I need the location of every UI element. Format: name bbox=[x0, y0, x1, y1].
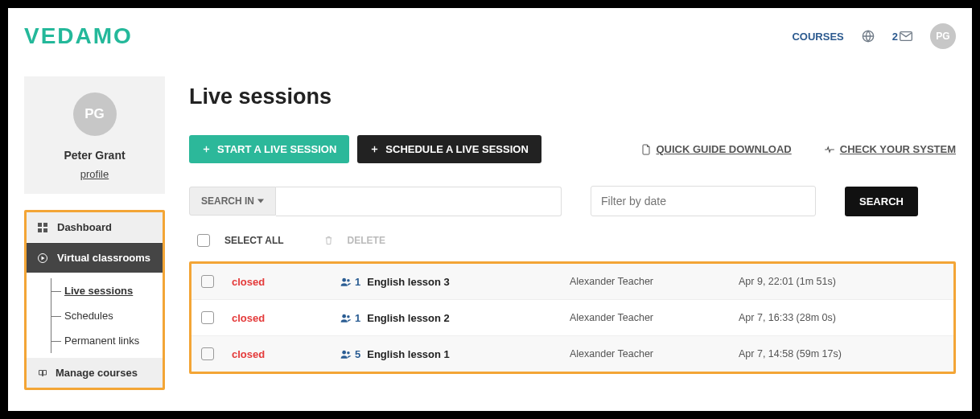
start-live-session-button[interactable]: START A LIVE SESSION bbox=[189, 135, 349, 163]
sessions-list: closed 1 English lesson 3 Alexander Teac… bbox=[189, 261, 956, 374]
sidebar-item-manage-courses[interactable]: Manage courses bbox=[27, 358, 163, 388]
row-checkbox[interactable] bbox=[201, 347, 214, 360]
svg-point-9 bbox=[342, 314, 346, 318]
users-icon bbox=[340, 277, 352, 286]
play-circle-icon bbox=[38, 253, 49, 263]
check-system-link[interactable]: CHECK YOUR SYSTEM bbox=[824, 143, 956, 155]
session-owner: Alexander Teacher bbox=[570, 312, 739, 323]
profile-link[interactable]: profile bbox=[80, 168, 109, 180]
brand-logo[interactable]: VEDAMO bbox=[24, 23, 133, 49]
session-row[interactable]: closed 5 English lesson 1 Alexander Teac… bbox=[191, 336, 953, 372]
globe-icon[interactable] bbox=[862, 30, 875, 43]
sidebar-sub-live-sessions[interactable]: Live sessions bbox=[51, 278, 163, 303]
sidebar-item-dashboard[interactable]: Dashboard bbox=[27, 212, 163, 243]
session-row[interactable]: closed 1 English lesson 3 Alexander Teac… bbox=[191, 264, 953, 300]
avatar[interactable]: PG bbox=[930, 23, 956, 49]
file-icon bbox=[641, 144, 651, 155]
session-time: Apr 7, 14:58 (59m 17s) bbox=[739, 348, 842, 359]
sidebar-item-label: Manage courses bbox=[56, 367, 138, 379]
search-input[interactable] bbox=[276, 187, 562, 216]
courses-link[interactable]: COURSES bbox=[792, 31, 843, 43]
profile-name: Peter Grant bbox=[32, 149, 157, 162]
sidebar-item-label: Dashboard bbox=[57, 221, 112, 233]
row-checkbox[interactable] bbox=[201, 311, 214, 324]
session-owner: Alexander Teacher bbox=[570, 348, 739, 359]
delete-button[interactable]: DELETE bbox=[348, 235, 385, 246]
svg-point-8 bbox=[347, 279, 350, 282]
session-owner: Alexander Teacher bbox=[570, 276, 739, 287]
profile-avatar: PG bbox=[73, 92, 117, 136]
profile-card: PG Peter Grant profile bbox=[24, 76, 165, 194]
message-count: 2 bbox=[892, 31, 898, 43]
svg-point-11 bbox=[342, 350, 346, 354]
session-title: English lesson 1 bbox=[367, 348, 450, 360]
plus-icon bbox=[202, 145, 211, 154]
caret-down-icon bbox=[257, 199, 264, 203]
session-time: Apr 7, 16:33 (28m 0s) bbox=[739, 312, 836, 323]
search-in-dropdown[interactable]: SEARCH IN bbox=[189, 187, 276, 216]
schedule-live-session-button[interactable]: SCHEDULE A LIVE SESSION bbox=[357, 135, 541, 163]
session-status: closed bbox=[232, 348, 340, 360]
users-icon bbox=[340, 350, 352, 359]
svg-rect-3 bbox=[43, 223, 47, 227]
page-title: Live sessions bbox=[189, 84, 956, 109]
svg-rect-2 bbox=[38, 223, 42, 227]
sidebar-sub-schedules[interactable]: Schedules bbox=[51, 303, 163, 328]
users-icon bbox=[340, 314, 352, 322]
session-status: closed bbox=[232, 312, 340, 324]
participants-count: 1 bbox=[340, 312, 360, 324]
sidebar-item-virtual-classrooms[interactable]: Virtual classrooms bbox=[27, 243, 163, 273]
select-all-label[interactable]: SELECT ALL bbox=[224, 235, 284, 246]
sidebar-item-label: Virtual classrooms bbox=[57, 252, 150, 264]
svg-rect-4 bbox=[38, 228, 42, 232]
heartbeat-icon bbox=[824, 145, 835, 154]
search-button[interactable]: SEARCH bbox=[845, 187, 918, 216]
dashboard-icon bbox=[38, 223, 49, 232]
trash-icon bbox=[324, 236, 333, 245]
session-title: English lesson 2 bbox=[367, 312, 450, 324]
svg-point-12 bbox=[347, 351, 350, 355]
participants-count: 1 bbox=[340, 276, 360, 288]
session-status: closed bbox=[232, 276, 340, 288]
participants-count: 5 bbox=[340, 348, 360, 360]
row-checkbox[interactable] bbox=[201, 275, 214, 288]
svg-rect-5 bbox=[43, 228, 47, 232]
session-title: English lesson 3 bbox=[367, 276, 450, 288]
session-row[interactable]: closed 1 English lesson 2 Alexander Teac… bbox=[191, 300, 953, 336]
session-time: Apr 9, 22:01 (1m 51s) bbox=[739, 276, 836, 287]
select-all-checkbox[interactable] bbox=[197, 234, 210, 247]
filter-date-input[interactable] bbox=[591, 186, 816, 216]
quick-guide-download-link[interactable]: QUICK GUIDE DOWNLOAD bbox=[641, 143, 791, 155]
book-icon bbox=[38, 368, 47, 378]
messages-indicator[interactable]: 2 bbox=[892, 31, 912, 43]
plus-icon bbox=[370, 145, 379, 154]
svg-point-7 bbox=[342, 277, 346, 281]
svg-point-10 bbox=[347, 315, 350, 318]
sidebar-sub-permanent-links[interactable]: Permanent links bbox=[51, 328, 163, 353]
